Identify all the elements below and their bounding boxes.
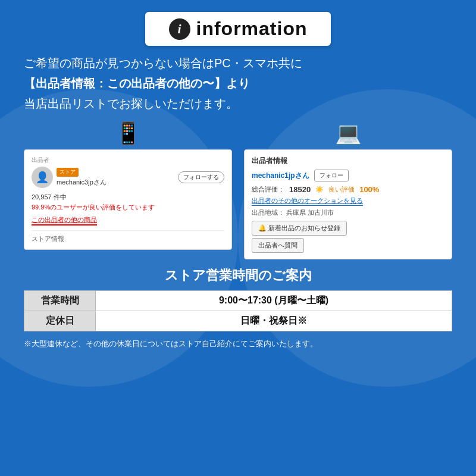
main-text-line1: ご希望の商品が見つからない場合はPC・スマホ共に <box>24 53 452 73</box>
phone-icon: 📱 <box>115 121 142 146</box>
location: 出品地域： 兵庫県 加古川市 <box>252 208 444 217</box>
hours-table: 営業時間9:00〜17:30 (月曜〜土曜)定休日日曜・祝祭日※ <box>24 290 452 331</box>
store-info: ストア情報 <box>32 230 224 243</box>
info-icon: i <box>169 18 190 40</box>
desktop-user-row: mechanic1jpさん フォロー <box>252 170 444 181</box>
footer-note: ※大型連休など、その他の休業日についてはストア自己紹介にてご案内いたします。 <box>12 339 464 349</box>
question-button[interactable]: 出品者へ質問 <box>252 238 304 253</box>
main-text: ご希望の商品が見つからない場合はPC・スマホ共に 【出品者情報：この出品者の他の… <box>12 53 464 114</box>
hours-label: 営業時間 <box>24 291 96 311</box>
header-box: i information <box>145 12 331 46</box>
mobile-user-row: 👤 ストア mechanic3jpさん フォローする <box>32 167 224 188</box>
hours-section: ストア営業時間のご案内 営業時間9:00〜17:30 (月曜〜土曜)定休日日曜・… <box>12 267 464 331</box>
store-badge: ストア <box>57 168 79 177</box>
avatar: 👤 <box>32 167 53 188</box>
action-buttons: 🔔 新着出品のお知らせ登録 出品者へ質問 <box>252 221 444 253</box>
rating-row: 総合評価： 18520 ☀️ 良い評価 100% <box>252 185 444 194</box>
main-text-line2: 【出品者情報：この出品者の他の〜】より <box>24 73 452 93</box>
good-label: 良い評価 <box>328 185 355 194</box>
rating-label: 総合評価： <box>252 185 284 194</box>
hours-title: ストア営業時間のご案内 <box>24 267 452 284</box>
seller-other-items-link[interactable]: この出品者の他の商品 <box>32 215 97 226</box>
desktop-follow-button[interactable]: フォロー <box>314 170 349 181</box>
user-info: ストア mechanic3jpさん <box>57 168 174 187</box>
username: mechanic3jpさん <box>57 178 174 187</box>
good-pct: 100% <box>359 185 379 194</box>
desktop-col: 💻 出品者情報 mechanic1jpさん フォロー 総合評価： 18520 ☀… <box>244 121 452 259</box>
good-icon: ☀️ <box>315 186 324 193</box>
laptop-icon: 💻 <box>335 121 362 146</box>
rating-number: 18520 <box>289 185 311 194</box>
main-text-line3: 当店出品リストでお探しいただけます。 <box>24 93 452 114</box>
positive-text: 99.9%のユーザーが良い評価をしています <box>32 203 224 212</box>
auction-link[interactable]: 出品者のその他のオークションを見る <box>252 196 363 206</box>
location-value: 兵庫県 加古川市 <box>286 209 334 216</box>
hours-row: 定休日日曜・祝祭日※ <box>24 311 452 331</box>
desktop-username: mechanic1jpさん <box>252 171 309 181</box>
hours-label: 定休日 <box>24 311 96 331</box>
mobile-section-label: 出品者 <box>32 156 224 164</box>
notify-button[interactable]: 🔔 新着出品のお知らせ登録 <box>252 221 347 236</box>
hours-value: 日曜・祝祭日※ <box>96 311 452 331</box>
mobile-col: 📱 出品者 👤 ストア mechanic3jpさん フォローする 20,957 … <box>24 121 232 250</box>
stats: 20,957 件中 <box>32 193 224 202</box>
follow-button[interactable]: フォローする <box>178 171 224 183</box>
desktop-screenshot: 出品者情報 mechanic1jpさん フォロー 総合評価： 18520 ☀️ … <box>244 149 452 259</box>
desktop-section-label: 出品者情報 <box>252 156 444 166</box>
mobile-screenshot: 出品者 👤 ストア mechanic3jpさん フォローする 20,957 件中… <box>24 149 232 250</box>
hours-row: 営業時間9:00〜17:30 (月曜〜土曜) <box>24 291 452 311</box>
header-title: information <box>196 18 308 40</box>
screenshots-row: 📱 出品者 👤 ストア mechanic3jpさん フォローする 20,957 … <box>12 121 464 259</box>
hours-value: 9:00〜17:30 (月曜〜土曜) <box>96 291 452 311</box>
location-label: 出品地域： <box>252 209 284 216</box>
